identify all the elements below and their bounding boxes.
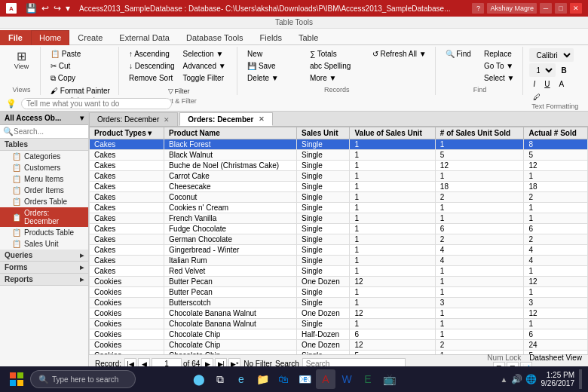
col-product-name[interactable]: Product Name <box>164 127 297 139</box>
tell-me-input[interactable] <box>21 98 172 109</box>
delete-btn[interactable]: Delete ▼ <box>243 72 305 84</box>
table-row[interactable]: Cakes Fudge Chocolate Single 1 6 6 <box>90 224 588 234</box>
user-name[interactable]: Akshay Magre <box>487 3 537 14</box>
select-btn[interactable]: Select ▼ <box>480 72 518 84</box>
table-row[interactable]: Cookies Butter Pecan Single 1 1 1 <box>90 287 588 298</box>
table-row[interactable]: Cakes German Chocolate Single 1 2 2 <box>90 234 588 245</box>
col-value-sales-unit[interactable]: Value of Sales Unit <box>350 127 435 139</box>
nav-item-categories[interactable]: 📋 Categories <box>0 151 88 162</box>
underline-btn[interactable]: U <box>541 78 553 90</box>
copy-btn[interactable]: ⧉ Copy <box>47 72 114 84</box>
minimize-btn[interactable]: ─ <box>540 3 552 14</box>
save-qat-btn[interactable]: 💾 <box>24 2 38 14</box>
table-row[interactable]: Cookies Chocolate Banana Walnut Single 1… <box>90 319 588 329</box>
nav-item-orders-december[interactable]: 📋 Orders: December <box>0 207 88 227</box>
toggle-filter-btn[interactable]: Toggle Filter <box>179 72 233 84</box>
advanced-btn[interactable]: Advanced ▼ <box>179 60 233 72</box>
table-row[interactable]: Cakes Buche de Noel (Christmas Cake) Sin… <box>90 161 588 171</box>
table-row[interactable]: Cookies Chocolate Banana Walnut One Doze… <box>90 308 588 319</box>
tray-arrow[interactable]: ▲ <box>501 375 508 384</box>
taskbar-other2-icon[interactable]: 📺 <box>379 369 399 389</box>
table-row[interactable]: Cakes Cheesecake Single 1 18 18 <box>90 182 588 192</box>
taskbar-explorer-icon[interactable]: 📁 <box>253 369 272 389</box>
table-row[interactable]: Cakes Italian Rum Single 1 4 4 <box>90 256 588 266</box>
taskbar-outlook-icon[interactable]: 📧 <box>295 369 314 389</box>
nav-item-products-table[interactable]: 📋 Products Table <box>0 227 88 238</box>
more-btn[interactable]: More ▼ <box>306 72 368 84</box>
save-btn[interactable]: 💾 Save <box>243 60 305 72</box>
taskbar-task-view-icon[interactable]: ⧉ <box>210 369 230 389</box>
qat-dropdown[interactable]: ▾ <box>64 2 72 14</box>
filter-btn[interactable]: ▽ Filter <box>164 85 194 97</box>
undo-qat-btn[interactable]: ↩ <box>40 2 51 14</box>
tray-icon-1[interactable]: 🔊 <box>511 374 522 384</box>
taskbar-other-icon[interactable]: E <box>358 369 378 389</box>
help-btn[interactable]: ? <box>472 3 484 14</box>
tab-close-1[interactable]: ✕ <box>164 116 170 124</box>
table-row[interactable]: Cakes Cookies n' Cream Single 1 1 1 <box>90 203 588 213</box>
new-btn[interactable]: New <box>243 48 305 60</box>
view-btn[interactable]: ⊞ View <box>11 48 33 72</box>
tab-close-2[interactable]: ✕ <box>259 115 265 123</box>
taskbar-search-box[interactable]: 🔍 <box>30 370 136 388</box>
time-date[interactable]: 1:25 PM 9/26/2017 <box>541 371 575 387</box>
nav-search-input[interactable] <box>14 127 74 136</box>
goto-btn[interactable]: Go To ▼ <box>480 60 518 72</box>
tab-orders-december-2[interactable]: Orders: December ✕ <box>179 112 272 126</box>
italic-btn[interactable]: I <box>529 78 539 90</box>
redo-qat-btn[interactable]: ↪ <box>52 2 63 14</box>
tab-file[interactable]: File <box>0 30 31 45</box>
nav-item-menu-items[interactable]: 📋 Menu Items <box>0 173 88 185</box>
table-row[interactable]: Cookies Chocolate Chip One Dozen 12 2 24 <box>90 340 588 351</box>
col-product-types[interactable]: Product Types ▾ <box>90 127 164 139</box>
refresh-all-btn[interactable]: ↺ Refresh All ▼ <box>369 48 430 60</box>
taskbar-word-icon[interactable]: W <box>337 369 357 389</box>
close-btn[interactable]: ✕ <box>570 3 582 14</box>
nav-item-order-items[interactable]: 📋 Order Items <box>0 185 88 196</box>
tab-fields[interactable]: Fields <box>252 30 290 45</box>
table-row[interactable]: Cakes Coconut Single 1 2 2 <box>90 192 588 203</box>
table-row[interactable]: Cakes Gingerbread - Winter Single 1 4 4 <box>90 245 588 256</box>
taskbar-search-input[interactable] <box>52 375 127 384</box>
tray-icon-2[interactable]: 🌐 <box>525 374 537 384</box>
highlight-btn[interactable]: 🖊 <box>529 91 544 103</box>
spelling-btn[interactable]: abc Spelling <box>306 60 368 72</box>
taskbar-cortana-icon[interactable]: ⬤ <box>189 369 209 389</box>
bold-btn[interactable]: B <box>557 65 570 76</box>
nav-item-orders-table[interactable]: 📋 Orders Table <box>0 196 88 207</box>
table-row[interactable]: Cookies Chocolate Chip Half-Dozen 6 1 6 <box>90 329 588 340</box>
nav-header[interactable]: All Access Ob... ▾ <box>0 112 88 125</box>
table-row[interactable]: Cakes French Vanilla Single 1 1 1 <box>90 213 588 224</box>
table-row[interactable]: Cakes Red Velvet Single 1 1 1 <box>90 266 588 277</box>
taskbar-access-icon[interactable]: A <box>316 369 335 389</box>
cut-btn[interactable]: ✂ Cut <box>47 60 114 72</box>
start-button[interactable] <box>6 369 27 390</box>
paste-btn[interactable]: 📋 Paste <box>47 48 114 60</box>
taskbar-edge-icon[interactable]: e <box>231 369 251 389</box>
maximize-btn[interactable]: □ <box>555 3 567 14</box>
table-row[interactable]: Cookies Butterscotch Single 1 3 3 <box>90 298 588 308</box>
font-size-select[interactable]: 11 <box>529 63 556 77</box>
table-row[interactable]: Cookies Butter Pecan One Dozen 12 1 12 <box>90 277 588 287</box>
table-row[interactable]: Cakes Black Forest Single 1 1 8 <box>90 139 588 150</box>
tab-database-tools[interactable]: Database Tools <box>178 30 252 45</box>
font-family-select[interactable]: Calibri <box>529 48 574 62</box>
tab-home[interactable]: Home <box>31 30 69 45</box>
remove-sort-btn[interactable]: Remove Sort <box>125 72 179 84</box>
tab-orders-december-1[interactable]: Orders: December ✕ <box>89 112 178 126</box>
font-color-btn[interactable]: A <box>556 78 568 90</box>
col-qty-sold[interactable]: # of Sales Unit Sold <box>435 127 524 139</box>
show-desktop-btn[interactable] <box>579 369 582 389</box>
datasheet-area[interactable]: Product Types ▾ Product Name Sales Unit … <box>89 127 588 354</box>
col-actual-sold[interactable]: Actual # Sold <box>524 127 588 139</box>
find-btn[interactable]: 🔍 Find <box>442 48 479 60</box>
tab-table[interactable]: Table <box>290 30 326 45</box>
table-row[interactable]: Cakes Carrot Cake Single 1 1 1 <box>90 171 588 182</box>
format-painter-btn[interactable]: 🖌 Format Painter <box>47 85 114 96</box>
replace-btn[interactable]: Replace <box>480 48 518 60</box>
ascending-btn[interactable]: ↑ Ascending <box>125 48 179 60</box>
table-row[interactable]: Cakes Black Walnut Single 1 5 5 <box>90 150 588 161</box>
col-sales-unit[interactable]: Sales Unit <box>297 127 350 139</box>
taskbar-store-icon[interactable]: 🛍 <box>274 369 293 389</box>
nav-item-sales-unit[interactable]: 📋 Sales Unit <box>0 238 88 250</box>
